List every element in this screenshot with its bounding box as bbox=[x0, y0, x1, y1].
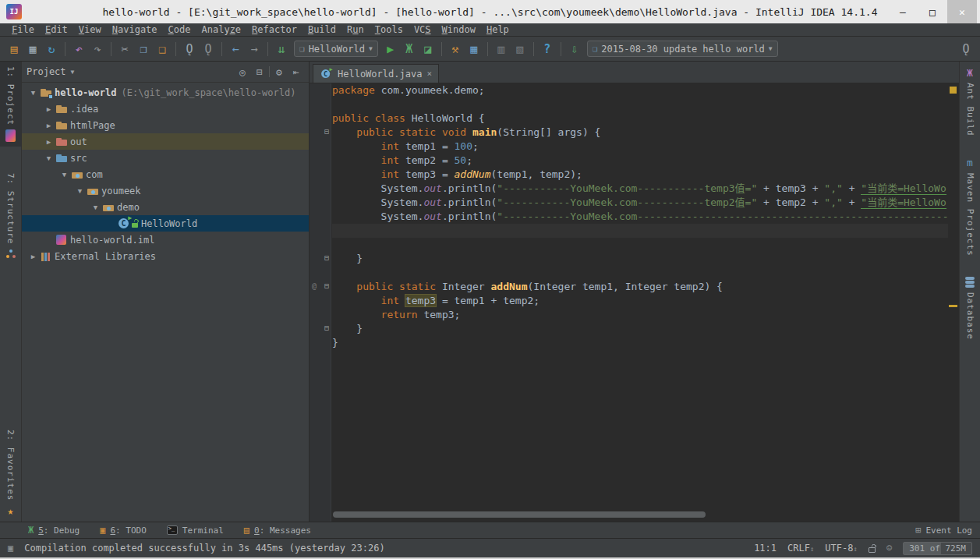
maximize-button[interactable]: □ bbox=[918, 0, 947, 23]
caret-position[interactable]: 11:1 bbox=[754, 543, 777, 554]
vcs-commit-message-combo[interactable]: ❏2015-08-30 update hello world▼ bbox=[587, 41, 778, 57]
chevron-collapsed-icon[interactable]: ▶ bbox=[42, 122, 55, 129]
menu-run[interactable]: Run bbox=[341, 24, 370, 35]
editor-body[interactable]: ⊟⊟⊟@⊟ package com.youmeek.demo;public cl… bbox=[310, 83, 959, 522]
chevron-expanded-icon[interactable]: ▼ bbox=[58, 171, 71, 179]
minimize-button[interactable]: – bbox=[888, 0, 918, 23]
run-icon[interactable]: ▶ bbox=[381, 40, 400, 58]
tool-tab-event-log[interactable]: ⊞ Event Log bbox=[915, 525, 972, 536]
close-button[interactable]: ✕ bbox=[947, 0, 977, 23]
encoding-widget[interactable]: UTF-8↕ bbox=[825, 543, 858, 554]
tool-tab-structure[interactable]: 7: Structure bbox=[0, 168, 21, 265]
tree-item-demo[interactable]: ▼demo bbox=[22, 199, 309, 215]
tree-item--idea[interactable]: ▶.idea bbox=[22, 101, 309, 117]
tool-tab-ant-build[interactable]: ЖAnt Build bbox=[960, 62, 980, 141]
menu-file[interactable]: File bbox=[6, 24, 40, 35]
fold-up-icon[interactable]: ⊟ bbox=[310, 324, 331, 332]
menu-analyze[interactable]: Analyze bbox=[196, 24, 247, 35]
open-icon[interactable]: ▤ bbox=[5, 40, 23, 58]
menu-edit[interactable]: Edit bbox=[40, 24, 73, 35]
debug-coverage-icon[interactable]: Ж bbox=[400, 40, 419, 58]
code-view[interactable]: package com.youmeek.demo;public class He… bbox=[332, 83, 948, 350]
tree-item-external-libraries[interactable]: ▶External Libraries bbox=[22, 248, 309, 264]
window-controls: – □ ✕ bbox=[888, 0, 977, 23]
tool-tab-messages[interactable]: ▤0: Messages bbox=[244, 525, 311, 536]
undo-icon[interactable]: ↶ bbox=[69, 40, 88, 58]
fold-down-icon[interactable]: ⊟ bbox=[310, 127, 331, 136]
chevron-collapsed-icon[interactable]: ▶ bbox=[42, 138, 55, 146]
tree-item-out[interactable]: ▶out bbox=[22, 133, 309, 150]
run-configuration-combo[interactable]: ❏HelloWorld▼ bbox=[294, 41, 378, 57]
menu-code[interactable]: Code bbox=[163, 24, 196, 35]
tool-tab-database[interactable]: Database bbox=[960, 271, 980, 345]
install-plugin-icon[interactable]: ⇩ bbox=[565, 40, 584, 58]
error-stripe-mark[interactable] bbox=[949, 305, 957, 307]
tool-tab-todo[interactable]: ▣6: TODO bbox=[100, 525, 147, 536]
tool-tab-terminal[interactable]: Terminal bbox=[167, 525, 224, 536]
toolwindow-toggle-icon[interactable]: ▣ bbox=[8, 543, 13, 554]
editor-tab-helloworld[interactable]: HelloWorld.java × bbox=[313, 64, 439, 83]
tree-item-helloworld[interactable]: HelloWorld bbox=[22, 215, 309, 232]
cut-icon[interactable]: ✂ bbox=[115, 40, 134, 58]
back-icon[interactable]: ← bbox=[226, 40, 245, 58]
horizontal-scrollbar[interactable] bbox=[333, 511, 706, 518]
chevron-collapsed-icon[interactable]: ▶ bbox=[27, 253, 40, 260]
code-line-4: public static void main(String[] args) { bbox=[332, 126, 948, 140]
menu-build[interactable]: Build bbox=[302, 24, 341, 35]
hector-inspector-icon[interactable]: ☺ bbox=[886, 543, 892, 554]
tool-tab-project[interactable]: 1: Project bbox=[0, 62, 21, 147]
redo-icon[interactable]: ↷ bbox=[88, 40, 107, 58]
hide-panel-icon[interactable]: ⇤ bbox=[288, 66, 304, 78]
search-everywhere-icon[interactable]: Ǫ bbox=[957, 40, 975, 58]
fold-up-icon[interactable]: ⊟ bbox=[310, 253, 331, 262]
memory-indicator[interactable]: 301 of 725M bbox=[903, 542, 972, 555]
tool-tab-debug[interactable]: Ж5: Debug bbox=[28, 525, 80, 536]
run-coverage-icon[interactable]: ◪ bbox=[419, 40, 437, 58]
chevron-down-icon[interactable]: ▼ bbox=[71, 69, 75, 76]
find-icon[interactable]: Ǫ bbox=[180, 40, 199, 58]
menu-view[interactable]: View bbox=[73, 24, 107, 35]
build-artifact-icon[interactable]: ▥ bbox=[492, 40, 511, 58]
locate-icon[interactable]: ◎ bbox=[235, 66, 250, 78]
tree-item-src[interactable]: ▼src bbox=[22, 150, 309, 166]
android-icon[interactable]: ▧ bbox=[511, 40, 529, 58]
gear-icon[interactable]: ⚙ bbox=[271, 66, 287, 78]
tool-tab-favorites[interactable]: 2: Favorites★ bbox=[0, 425, 21, 522]
chevron-expanded-icon[interactable]: ▼ bbox=[42, 154, 55, 162]
close-tab-icon[interactable]: × bbox=[426, 69, 432, 79]
toolbar-separator bbox=[441, 42, 442, 56]
inspection-status-marker[interactable] bbox=[950, 87, 957, 94]
chevron-expanded-icon[interactable]: ▼ bbox=[27, 89, 40, 97]
menu-window[interactable]: Window bbox=[437, 24, 481, 35]
tree-item-com[interactable]: ▼com bbox=[22, 166, 309, 182]
unlock-icon[interactable] bbox=[869, 547, 876, 553]
replace-icon[interactable]: Ǫ bbox=[199, 40, 218, 58]
sync-icon[interactable]: ↻ bbox=[42, 40, 61, 58]
menu-navigate[interactable]: Navigate bbox=[107, 24, 163, 35]
tool-tab-maven-projects[interactable]: mMaven Projects bbox=[960, 152, 980, 261]
paste-icon[interactable]: ❑ bbox=[153, 40, 172, 58]
menu-refactor[interactable]: Refactor bbox=[246, 24, 302, 35]
tree-item-hello-world-iml[interactable]: hello-world.iml bbox=[22, 232, 309, 248]
make-project-icon[interactable]: ⇊ bbox=[272, 40, 291, 58]
menu-help[interactable]: Help bbox=[481, 24, 515, 35]
window-title: hello-world - [E:\git_work_space\hello-w… bbox=[103, 6, 878, 18]
settings-icon[interactable]: ⚒ bbox=[446, 40, 465, 58]
tree-item-youmeek[interactable]: ▼youmeek bbox=[22, 182, 309, 199]
project-panel-title[interactable]: Project bbox=[27, 66, 66, 77]
project-structure-icon[interactable]: ▦ bbox=[465, 40, 483, 58]
chevron-collapsed-icon[interactable]: ▶ bbox=[42, 105, 55, 113]
save-icon[interactable]: ▦ bbox=[23, 40, 42, 58]
chevron-expanded-icon[interactable]: ▼ bbox=[73, 187, 87, 195]
help-icon[interactable]: ? bbox=[538, 40, 557, 58]
chevron-expanded-icon[interactable]: ▼ bbox=[89, 203, 102, 211]
menu-tools[interactable]: Tools bbox=[370, 24, 409, 35]
forward-icon[interactable]: → bbox=[245, 40, 264, 58]
tree-item-hello-world[interactable]: ▼hello-world(E:\git_work_space\hello-wor… bbox=[22, 84, 309, 101]
copy-icon[interactable]: ❐ bbox=[134, 40, 153, 58]
tree-item-htmlpage[interactable]: ▶htmlPage bbox=[22, 117, 309, 133]
collapse-all-icon[interactable]: ⊟ bbox=[252, 66, 267, 78]
line-separator-widget[interactable]: CRLF↕ bbox=[787, 543, 814, 554]
menu-vcs[interactable]: VCS bbox=[409, 24, 437, 35]
fold-down-icon[interactable]: ⊟@ bbox=[310, 281, 331, 290]
